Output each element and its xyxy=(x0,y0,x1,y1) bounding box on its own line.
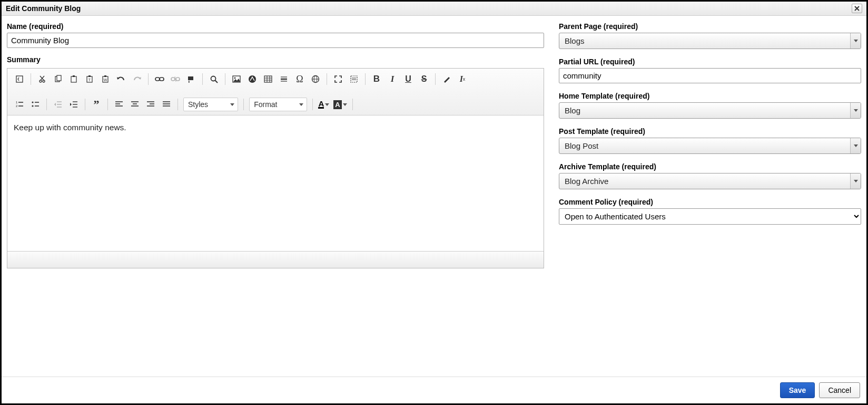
svg-line-21 xyxy=(215,81,218,83)
partial-url-input[interactable] xyxy=(559,68,861,83)
editor-text: Keep up with community news. xyxy=(14,123,126,132)
showblocks-icon[interactable] xyxy=(347,72,361,86)
chevron-down-icon xyxy=(230,103,234,106)
chevron-down-icon xyxy=(850,138,861,153)
svg-rect-0 xyxy=(16,76,23,82)
svg-rect-19 xyxy=(189,81,190,83)
table-icon[interactable] xyxy=(261,72,275,86)
text-color-button[interactable]: A xyxy=(318,101,329,109)
toolbar-separator xyxy=(435,73,436,85)
italic-icon[interactable]: I xyxy=(386,72,399,86)
toolbar-separator xyxy=(365,73,366,85)
dialog-title: Edit Community Blog xyxy=(6,4,81,13)
paste-text-icon[interactable]: T xyxy=(83,72,96,86)
comment-policy-select[interactable]: Open to Authenticated Users xyxy=(559,208,861,225)
parent-page-label: Parent Page (required) xyxy=(559,22,861,31)
editor-content[interactable]: Keep up with community news. xyxy=(7,115,544,251)
svg-rect-25 xyxy=(264,76,272,82)
align-left-icon[interactable] xyxy=(112,97,126,112)
anchor-icon[interactable] xyxy=(184,72,198,86)
chevron-down-icon xyxy=(850,173,861,189)
svg-point-20 xyxy=(211,76,216,81)
find-icon[interactable] xyxy=(207,72,221,86)
specialchar-icon[interactable]: Ω xyxy=(293,72,307,86)
hr-icon[interactable] xyxy=(277,72,291,86)
toolbar-separator xyxy=(177,99,178,110)
bullet-list-icon[interactable] xyxy=(28,97,42,112)
redo-icon[interactable] xyxy=(130,72,144,86)
removeformat-icon[interactable]: Ix xyxy=(456,72,469,86)
home-template-select[interactable]: Blog xyxy=(559,102,861,119)
svg-rect-18 xyxy=(188,76,193,80)
archive-template-value: Blog Archive xyxy=(559,173,850,189)
toolbar-separator xyxy=(225,73,225,85)
svg-rect-5 xyxy=(71,76,76,82)
svg-point-44 xyxy=(32,105,33,107)
blockquote-icon[interactable]: ” xyxy=(90,97,103,112)
maximize-icon[interactable] xyxy=(331,72,345,86)
outdent-icon[interactable] xyxy=(51,97,65,112)
svg-point-2 xyxy=(43,80,45,82)
bg-color-button[interactable]: A xyxy=(333,100,347,109)
paste-word-icon[interactable]: W xyxy=(98,72,112,86)
image-icon[interactable] xyxy=(230,72,243,86)
name-input[interactable] xyxy=(7,33,544,48)
close-icon xyxy=(854,6,860,11)
indent-icon[interactable] xyxy=(67,97,81,112)
comment-policy-label: Comment Policy (required) xyxy=(559,198,861,206)
toolbar-separator xyxy=(243,99,244,110)
source-icon[interactable] xyxy=(13,72,26,86)
svg-rect-11 xyxy=(104,75,106,77)
editor-toolbar: T W Ω xyxy=(7,69,544,115)
dialog-footer: Save Cancel xyxy=(2,377,866,403)
highlight-icon[interactable] xyxy=(440,72,453,86)
iframe-icon[interactable] xyxy=(309,72,322,86)
close-button[interactable] xyxy=(852,4,862,13)
svg-point-43 xyxy=(32,101,33,103)
toolbar-separator xyxy=(148,73,149,85)
bold-icon[interactable]: B xyxy=(370,72,383,86)
toolbar-separator xyxy=(31,73,31,85)
toolbar-separator xyxy=(327,73,327,85)
archive-template-select[interactable]: Blog Archive xyxy=(559,173,861,189)
right-column: Parent Page (required) Blogs Partial URL… xyxy=(559,22,861,371)
svg-rect-16 xyxy=(176,78,180,81)
copy-icon[interactable] xyxy=(51,72,65,86)
align-right-icon[interactable] xyxy=(144,97,157,112)
numbered-list-icon[interactable]: 12 xyxy=(13,97,26,112)
chevron-down-icon xyxy=(325,103,329,106)
cut-icon[interactable] xyxy=(35,72,49,86)
save-button[interactable]: Save xyxy=(780,382,815,398)
svg-point-23 xyxy=(234,78,236,79)
dialog-header: Edit Community Blog xyxy=(2,2,866,16)
toolbar-separator xyxy=(202,73,203,85)
toolbar-separator xyxy=(312,99,313,110)
align-justify-icon[interactable] xyxy=(160,97,173,112)
svg-rect-15 xyxy=(171,78,175,81)
toolbar-separator xyxy=(85,99,85,110)
underline-icon[interactable]: U xyxy=(401,72,415,86)
embed-icon[interactable] xyxy=(245,72,259,86)
strike-icon[interactable]: S xyxy=(417,72,431,86)
unlink-icon[interactable] xyxy=(169,72,182,86)
undo-icon[interactable] xyxy=(114,72,128,86)
svg-text:T: T xyxy=(88,78,91,82)
link-icon[interactable] xyxy=(153,72,166,86)
name-label: Name (required) xyxy=(7,22,544,31)
cancel-button[interactable]: Cancel xyxy=(819,382,860,398)
chevron-down-icon xyxy=(850,103,861,118)
post-template-select[interactable]: Blog Post xyxy=(559,138,861,154)
svg-rect-8 xyxy=(88,75,91,77)
paste-icon[interactable] xyxy=(67,72,81,86)
svg-point-1 xyxy=(40,80,42,82)
styles-dropdown[interactable]: Styles xyxy=(183,98,238,111)
chevron-down-icon xyxy=(850,33,861,49)
align-center-icon[interactable] xyxy=(128,97,142,112)
home-template-value: Blog xyxy=(559,103,850,118)
left-column: Name (required) Summary T W xyxy=(7,22,544,371)
parent-page-select[interactable]: Blogs xyxy=(559,33,861,49)
format-dropdown[interactable]: Format xyxy=(249,98,307,111)
toolbar-separator xyxy=(352,99,353,110)
chevron-down-icon xyxy=(343,103,347,106)
svg-rect-14 xyxy=(160,78,164,81)
